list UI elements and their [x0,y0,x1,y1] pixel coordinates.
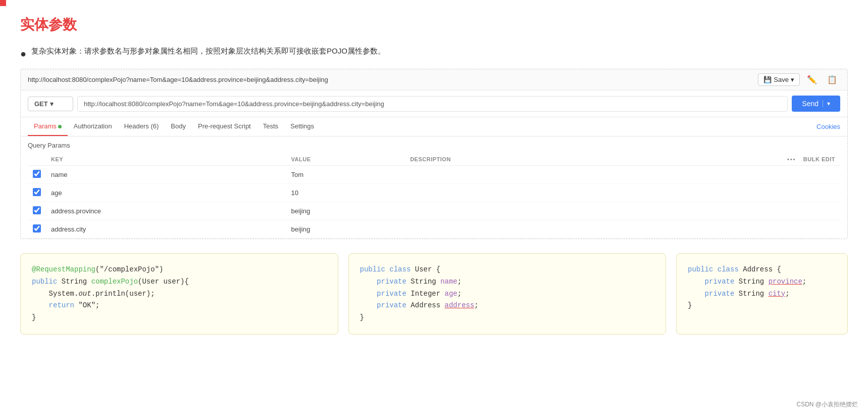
th-value: VALUE [286,153,405,166]
row-key: address.city [46,220,286,239]
tab-body[interactable]: Body [165,117,192,136]
row-checkbox-cell [28,166,46,184]
save-icon: 💾 [763,76,772,83]
row-checkbox-cell [28,220,46,239]
tab-tests[interactable]: Tests [257,117,284,136]
url-input[interactable] [77,96,788,112]
tabs-bar: Params Authorization Headers (6) Body Pr… [21,117,847,136]
query-params-section: Query Params KEY VALUE DESCRIPTION ••• B… [21,136,847,239]
page-title: 实体参数 [20,15,848,34]
params-table: KEY VALUE DESCRIPTION ••• Bulk Edit name… [28,153,840,239]
code-line-1: @RequestMapping("/complexPojo") [32,264,327,276]
code-line-3: private String city; [688,288,836,300]
table-row: address.city beijing [28,220,840,239]
postman-panel: http://localhost:8080/complexPojo?name=T… [20,69,848,239]
method-label: GET [34,100,48,108]
code-line-4: } [688,300,836,312]
code-panel-controller: @RequestMapping("/complexPojo") public S… [20,253,338,335]
red-corner-marker [0,0,6,6]
row-description [405,184,608,202]
code-line-1: public class Address { [688,264,836,276]
save-chevron-icon: ▾ [791,76,794,83]
tab-params[interactable]: Params [28,117,68,136]
send-chevron-icon: ▾ [823,100,830,107]
code-line-4: return "OK"; [32,300,327,312]
copy-button[interactable]: 📋 [824,74,840,85]
query-params-title: Query Params [28,142,840,149]
row-description [405,220,608,239]
request-row: GET ▾ Send ▾ [21,90,847,117]
bullet-text: 复杂实体对象：请求参数名与形参对象属性名相同，按照对象层次结构关系即可接收嵌套P… [31,47,385,56]
code-line-2: public String complexPojo(User user){ [32,276,327,288]
row-value: 10 [286,184,405,202]
row-empty [608,202,840,220]
row-checkbox[interactable] [33,206,41,214]
code-line-5: } [360,312,655,324]
row-value: Tom [286,166,405,184]
save-button[interactable]: 💾 Save ▾ [758,73,800,86]
row-checkbox-cell [28,202,46,220]
row-description [405,166,608,184]
code-panels: @RequestMapping("/complexPojo") public S… [20,253,848,335]
th-checkbox [28,153,46,166]
row-checkbox[interactable] [33,170,41,178]
row-key: name [46,166,286,184]
th-key: KEY [46,153,286,166]
tab-settings[interactable]: Settings [284,117,320,136]
code-line-2: private String name; [360,276,655,288]
row-checkbox[interactable] [33,224,41,233]
edit-button[interactable]: ✏️ [804,74,820,85]
th-description: DESCRIPTION [405,153,608,166]
send-label: Send [802,100,819,108]
row-value: beijing [286,220,405,239]
code-line-1: public class User { [360,264,655,276]
bulk-edit-label: Bulk Edit [803,156,835,162]
url-bar: http://localhost:8080/complexPojo?name=T… [21,69,847,90]
url-display: http://localhost:8080/complexPojo?name=T… [28,76,758,83]
code-line-5: } [32,312,327,324]
table-row: age 10 [28,184,840,202]
row-checkbox[interactable] [33,188,41,196]
code-line-3: private Integer age; [360,288,655,300]
method-chevron-icon: ▾ [50,100,54,108]
cookies-link[interactable]: Cookies [816,123,840,130]
send-button[interactable]: Send ▾ [792,96,840,112]
tab-pre-request[interactable]: Pre-request Script [192,117,257,136]
tab-headers[interactable]: Headers (6) [118,117,165,136]
row-description [405,202,608,220]
table-row: name Tom [28,166,840,184]
row-empty [608,166,840,184]
tab-authorization[interactable]: Authorization [68,117,118,136]
row-empty [608,184,840,202]
row-key: age [46,184,286,202]
bullet-icon: ● [20,47,26,61]
bullet-section: ● 复杂实体对象：请求参数名与形参对象属性名相同，按照对象层次结构关系即可接收嵌… [20,47,848,61]
dots-icon: ••• [787,156,796,162]
row-value: beijing [286,202,405,220]
params-dot-icon [58,125,62,128]
th-actions: ••• Bulk Edit [608,153,840,166]
row-checkbox-cell [28,184,46,202]
row-empty [608,220,840,239]
code-panel-user: public class User { private String name;… [348,253,667,335]
code-line-3: System.out.println(user); [32,288,327,300]
code-panel-address: public class Address { private String pr… [676,253,848,335]
code-line-4: private Address address; [360,300,655,312]
table-row: address.province beijing [28,202,840,220]
row-key: address.province [46,202,286,220]
url-bar-actions: 💾 Save ▾ ✏️ 📋 [758,73,840,86]
code-line-2: private String province; [688,276,836,288]
method-select[interactable]: GET ▾ [28,97,73,111]
